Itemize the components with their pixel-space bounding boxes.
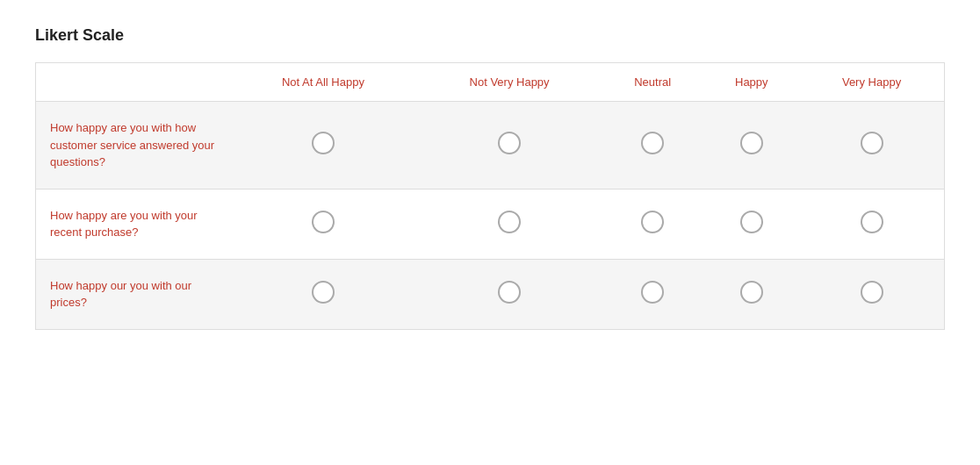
radio-3-very-happy[interactable] [861, 281, 883, 304]
radio-2-happy[interactable] [740, 211, 763, 233]
radio-cell-3-very-happy [799, 259, 944, 329]
page-title: Likert Scale [35, 26, 945, 45]
col-header-question [36, 63, 229, 102]
radio-1-very-happy[interactable] [861, 132, 883, 154]
radio-cell-1-neutral [602, 102, 704, 190]
radio-1-not-very-happy[interactable] [498, 132, 521, 154]
col-header-not-at-all-happy: Not At All Happy [229, 63, 418, 102]
col-header-not-very-happy: Not Very Happy [417, 63, 601, 102]
radio-cell-3-neutral [602, 259, 704, 329]
radio-3-not-very-happy[interactable] [498, 281, 521, 304]
radio-cell-1-not-very-happy [417, 102, 601, 190]
radio-cell-1-happy [704, 102, 800, 190]
col-header-very-happy: Very Happy [799, 63, 944, 102]
radio-cell-2-happy [704, 189, 800, 259]
radio-cell-3-not-very-happy [417, 259, 601, 329]
radio-cell-3-happy [704, 259, 800, 329]
radio-cell-2-neutral [602, 189, 704, 259]
question-cell-2: How happy are you with your recent purch… [36, 189, 229, 259]
radio-cell-3-not-at-all-happy [229, 259, 418, 329]
radio-2-neutral[interactable] [641, 211, 664, 233]
radio-3-not-at-all-happy[interactable] [312, 281, 335, 304]
radio-cell-2-very-happy [799, 189, 944, 259]
question-cell-3: How happy our you with our prices? [36, 259, 229, 329]
radio-cell-2-not-at-all-happy [229, 189, 418, 259]
radio-3-neutral[interactable] [641, 281, 664, 304]
radio-2-not-very-happy[interactable] [498, 211, 521, 233]
radio-cell-2-not-very-happy [417, 189, 601, 259]
radio-1-happy[interactable] [740, 132, 763, 154]
radio-3-happy[interactable] [740, 281, 763, 304]
table-row: How happy are you with how customer serv… [36, 102, 945, 190]
table-header-row: Not At All Happy Not Very Happy Neutral … [36, 63, 945, 102]
question-cell-1: How happy are you with how customer serv… [36, 102, 229, 190]
radio-cell-1-very-happy [799, 102, 944, 190]
radio-2-not-at-all-happy[interactable] [312, 211, 335, 233]
radio-1-neutral[interactable] [641, 132, 664, 154]
table-row: How happy are you with your recent purch… [36, 189, 945, 259]
likert-table: Not At All Happy Not Very Happy Neutral … [35, 62, 945, 330]
radio-2-very-happy[interactable] [861, 211, 883, 233]
radio-1-not-at-all-happy[interactable] [312, 132, 335, 154]
radio-cell-1-not-at-all-happy [229, 102, 418, 190]
col-header-happy: Happy [704, 63, 800, 102]
col-header-neutral: Neutral [602, 63, 704, 102]
table-row: How happy our you with our prices? [36, 259, 945, 329]
